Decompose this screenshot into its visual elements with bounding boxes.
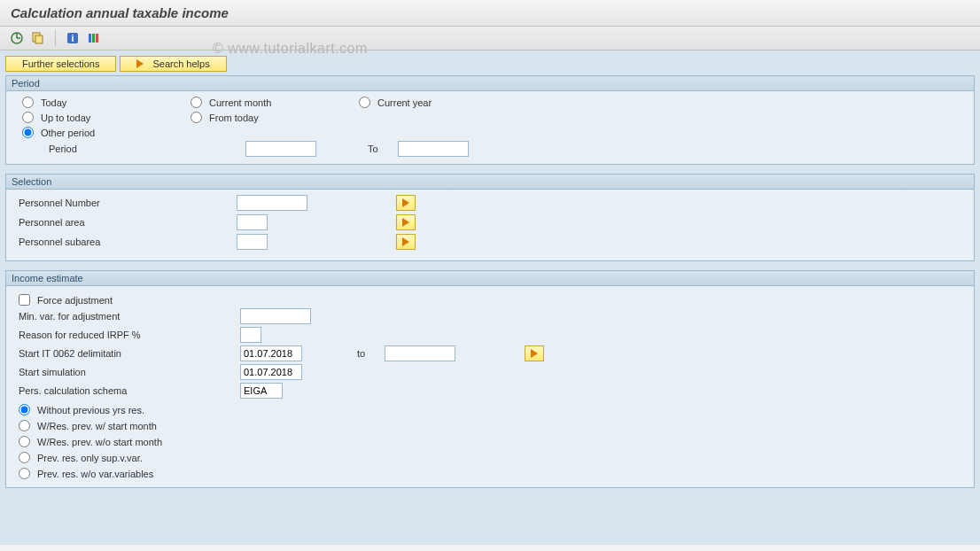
arrow-right-icon (402, 237, 409, 246)
search-helps-button[interactable]: Search helps (120, 56, 226, 72)
force-adjustment-check[interactable]: Force adjustment (17, 294, 113, 306)
arrow-right-icon (402, 218, 409, 227)
radio-wres-with-start-label: W/Res. prev. w/ start month (37, 421, 157, 431)
period-label: Period (22, 144, 245, 154)
selection-group-title: Selection (6, 175, 974, 190)
radio-other-period-label: Other period (41, 128, 95, 138)
radio-from-today[interactable]: From today (191, 112, 359, 123)
force-adjustment-input[interactable] (19, 294, 30, 306)
selection-row-0: Personnel Number (17, 195, 958, 211)
further-selections-label: Further selections (22, 58, 99, 69)
start-sim-input[interactable] (240, 364, 302, 380)
search-helps-label: Search helps (152, 58, 209, 69)
radio-wres-with-start-input[interactable] (19, 420, 30, 431)
personnel-area-input[interactable] (237, 214, 268, 230)
start-sim-label: Start simulation (17, 367, 240, 377)
arrow-right-icon (136, 59, 144, 68)
schema-label: Pers. calculation schema (17, 385, 240, 396)
further-selections-button[interactable]: Further selections (5, 56, 116, 72)
reason-label: Reason for reduced IRPF % (17, 330, 240, 340)
selection-label-2: Personnel subarea (17, 237, 237, 247)
min-var-label: Min. var. for adjustment (17, 311, 240, 322)
personnel-subarea-input[interactable] (237, 234, 268, 250)
info-icon[interactable]: i (65, 30, 81, 46)
period-group: Period Today Current month Current year … (5, 75, 975, 165)
period-date-row: Period To (22, 141, 958, 157)
radio-current-month-label: Current month (209, 97, 271, 108)
min-var-input[interactable] (240, 308, 311, 324)
schema-input[interactable] (240, 383, 283, 399)
radio-other-period[interactable]: Other period (22, 127, 191, 138)
radio-current-year-label: Current year (377, 97, 432, 108)
toolbar-separator (55, 30, 56, 46)
selection-label-1: Personnel area (17, 217, 237, 228)
svg-rect-9 (96, 34, 98, 43)
radio-from-today-label: From today (209, 113, 259, 123)
radio-current-year[interactable]: Current year (359, 97, 958, 108)
selection-group-body: Personnel Number Personnel area Personne… (6, 190, 974, 260)
reason-row: Reason for reduced IRPF % (17, 327, 958, 343)
radio-wres-wo-start-input[interactable] (19, 436, 30, 447)
min-var-row: Min. var. for adjustment (17, 308, 958, 324)
radio-prev-wo-var[interactable]: Prev. res. w/o var.variables (19, 468, 958, 479)
radio-prev-sup-label: Prev. res. only sup.v.var. (37, 453, 143, 463)
radio-wres-wo-start-label: W/Res. prev. w/o start month (37, 437, 162, 447)
force-adjustment-row: Force adjustment (17, 294, 958, 306)
radio-up-to-today[interactable]: Up to today (22, 112, 191, 123)
multiple-selection-button-2[interactable] (396, 234, 416, 250)
radio-from-today-input[interactable] (191, 112, 202, 123)
arrow-right-icon (402, 198, 409, 207)
multiple-selection-button-it[interactable] (525, 345, 544, 361)
period-to-input[interactable] (398, 141, 469, 157)
radio-current-year-input[interactable] (359, 97, 370, 108)
variant-icon[interactable] (30, 30, 46, 46)
svg-rect-7 (89, 34, 91, 43)
page-title: Calculation annual taxable income (11, 5, 229, 20)
personnel-number-input[interactable] (237, 195, 307, 211)
start-it-to-label: to (357, 348, 365, 359)
radio-prev-wo-var-label: Prev. res. w/o var.variables (37, 469, 153, 479)
radio-up-to-today-label: Up to today (41, 113, 90, 123)
svg-rect-8 (92, 34, 95, 43)
start-it-row: Start IT 0062 delimitatin to (17, 345, 958, 361)
radio-prev-wo-var-input[interactable] (19, 468, 30, 479)
radio-today-input[interactable] (22, 97, 34, 108)
start-it-to-input[interactable] (385, 345, 455, 361)
income-group-body: Force adjustment Min. var. for adjustmen… (6, 286, 974, 487)
arrow-right-icon (531, 349, 538, 358)
content: Further selections Search helps Period T… (0, 50, 980, 545)
layout-icon[interactable] (86, 30, 102, 46)
start-it-input[interactable] (240, 345, 302, 361)
title-bar: Calculation annual taxable income (0, 0, 980, 27)
period-to-label: To (368, 144, 378, 154)
income-group-title: Income estimate (6, 271, 974, 286)
radio-today[interactable]: Today (22, 97, 191, 108)
multiple-selection-button-1[interactable] (396, 214, 416, 230)
radio-other-period-input[interactable] (22, 127, 34, 138)
svg-rect-4 (35, 35, 43, 43)
app-toolbar: i (0, 27, 980, 50)
selection-buttons-row: Further selections Search helps (5, 56, 975, 72)
radio-without-prev-label: Without previous yrs res. (37, 405, 144, 415)
period-from-input[interactable] (245, 141, 316, 157)
radio-today-label: Today (41, 97, 66, 108)
radio-current-month[interactable]: Current month (191, 97, 359, 108)
radio-without-prev-input[interactable] (19, 404, 30, 415)
radio-current-month-input[interactable] (191, 97, 202, 108)
multiple-selection-button-0[interactable] (396, 195, 416, 211)
force-adjustment-label: Force adjustment (37, 295, 113, 306)
radio-up-to-today-input[interactable] (22, 112, 34, 123)
radio-prev-sup[interactable]: Prev. res. only sup.v.var. (19, 452, 958, 463)
radio-wres-with-start[interactable]: W/Res. prev. w/ start month (19, 420, 958, 431)
start-sim-row: Start simulation (17, 364, 958, 380)
radio-prev-sup-input[interactable] (19, 452, 30, 463)
svg-text:i: i (71, 33, 74, 43)
radio-wres-wo-start[interactable]: W/Res. prev. w/o start month (19, 436, 958, 447)
schema-row: Pers. calculation schema (17, 383, 958, 399)
period-group-title: Period (6, 76, 974, 91)
execute-icon[interactable] (9, 30, 25, 46)
selection-row-2: Personnel subarea (17, 234, 958, 250)
reason-input[interactable] (240, 327, 261, 343)
radio-without-prev[interactable]: Without previous yrs res. (19, 404, 958, 415)
income-group: Income estimate Force adjustment Min. va… (5, 270, 975, 488)
